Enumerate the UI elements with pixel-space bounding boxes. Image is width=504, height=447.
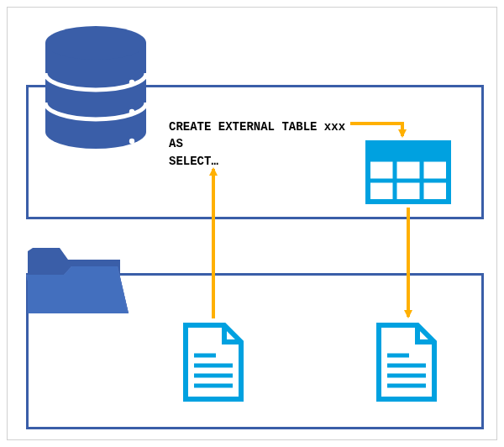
folder-icon	[26, 238, 129, 320]
sql-line2: AS	[169, 137, 183, 150]
svg-rect-5	[368, 143, 449, 160]
sql-line1: CREATE EXTERNAL TABLE xxx	[169, 120, 345, 134]
sql-statement: CREATE EXTERNAL TABLE xxx AS SELECT…	[169, 118, 345, 170]
svg-point-1	[129, 80, 134, 85]
svg-point-2	[129, 109, 134, 114]
document-icon-right	[375, 322, 438, 402]
sql-line3: SELECT…	[169, 155, 218, 168]
document-icon-left	[182, 322, 244, 402]
svg-point-0	[45, 26, 146, 60]
diagram-canvas: CREATE EXTERNAL TABLE xxx AS SELECT…	[7, 7, 497, 440]
svg-point-3	[129, 139, 134, 144]
database-icon	[41, 24, 150, 150]
table-icon	[365, 140, 451, 204]
